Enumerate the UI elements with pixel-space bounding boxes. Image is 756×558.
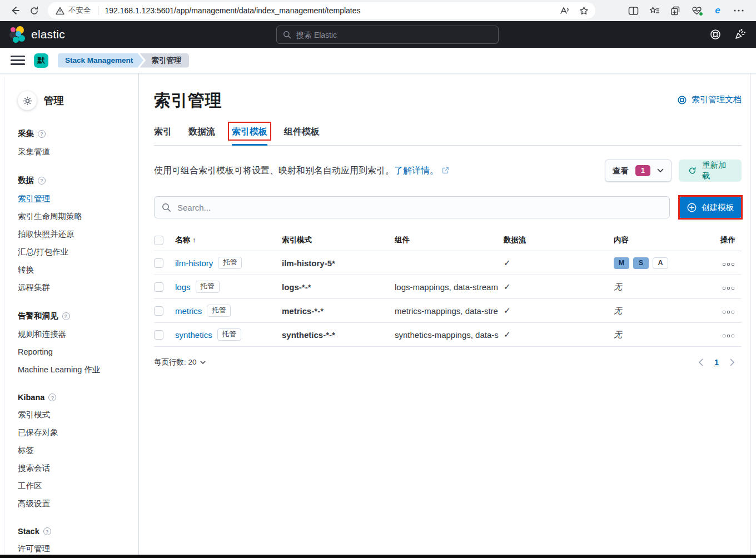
components-cell: synthetics-mappings, data-s — [395, 323, 504, 347]
global-search-input[interactable] — [296, 31, 492, 39]
sidebar-item-rollup-jobs[interactable]: 汇总/打包作业 — [18, 247, 133, 257]
row-actions-icon[interactable] — [722, 332, 735, 340]
navigation-bar: 默 Stack Management 索引管理 — [0, 48, 756, 73]
main-content: 索引管理 索引管理文档 索引 数据流 索引模板 组件模板 使用可组合索引模板可将… — [139, 73, 756, 555]
question-circle-icon[interactable]: ? — [48, 393, 56, 401]
content-none: 无 — [614, 330, 622, 339]
global-search[interactable] — [276, 26, 499, 44]
sidebar-section-kibana: Kibana? 索引模式 已保存对象 标签 搜索会话 工作区 高级设置 — [18, 393, 133, 509]
learn-more-link[interactable]: 了解详情。 — [394, 166, 439, 175]
tab-component-templates[interactable]: 组件模板 — [284, 126, 320, 145]
index-pattern: metrics-*-* — [282, 306, 324, 316]
external-link-icon — [442, 167, 449, 174]
sidebar-item-index-patterns[interactable]: 索引模式 — [18, 410, 133, 420]
favorites-bar-icon[interactable] — [646, 3, 663, 18]
section-heading: 告警和洞见 — [18, 311, 58, 321]
app-header: elastic — [0, 21, 756, 48]
row-checkbox[interactable] — [154, 306, 163, 316]
sidebar-section-alerts: 告警和洞见? 规则和连接器 Reporting Machine Learning… — [18, 311, 133, 375]
address-bar[interactable]: 不安全 192.168.1.123:5601/app/management/da… — [48, 2, 595, 19]
plus-circle-icon — [687, 203, 697, 212]
url-text[interactable]: 192.168.1.123:5601/app/management/data/i… — [105, 6, 557, 15]
divider — [750, 73, 751, 555]
content-none: 无 — [614, 282, 622, 291]
space-badge[interactable]: 默 — [34, 53, 48, 68]
reload-button[interactable]: 重新加载 — [679, 160, 742, 182]
question-circle-icon[interactable]: ? — [62, 312, 70, 320]
elastic-logo[interactable]: elastic — [9, 26, 65, 43]
sidebar-item-saved-objects[interactable]: 已保存对象 — [18, 428, 133, 437]
question-circle-icon[interactable]: ? — [38, 130, 46, 138]
sidebar-item-reporting[interactable]: Reporting — [18, 347, 133, 357]
sidebar-item-advanced-settings[interactable]: 高级设置 — [18, 499, 133, 509]
more-menu-icon[interactable] — [730, 3, 747, 18]
column-header-actions: 操作 — [698, 230, 742, 251]
question-circle-icon[interactable]: ? — [38, 177, 46, 185]
docs-link[interactable]: 索引管理文档 — [677, 94, 742, 105]
sidebar-title: 管理 — [18, 91, 133, 110]
help-icon[interactable] — [710, 29, 721, 40]
sort-ascending-icon: ↑ — [192, 236, 196, 244]
ie-mode-icon[interactable]: e — [709, 3, 726, 18]
sidebar-item-ingest-pipelines[interactable]: 采集管道 — [18, 147, 133, 157]
template-link[interactable]: metrics — [175, 306, 202, 316]
sidebar-item-workspaces[interactable]: 工作区 — [18, 481, 133, 491]
collections-icon[interactable] — [667, 3, 684, 18]
rows-per-page-selector[interactable]: 每页行数: 20 — [154, 357, 206, 367]
search-icon — [162, 203, 171, 212]
row-checkbox[interactable] — [154, 258, 163, 268]
view-filter-button[interactable]: 查看 1 — [605, 160, 672, 182]
brand-name: elastic — [31, 28, 65, 41]
news-announcement-icon[interactable] — [734, 29, 746, 40]
tab-index-templates[interactable]: 索引模板 — [232, 126, 267, 146]
checkmark-icon: ✓ — [504, 258, 511, 267]
favorite-star-icon[interactable] — [575, 3, 592, 18]
section-heading: 数据 — [18, 175, 34, 186]
sidebar-item-rules-connectors[interactable]: 规则和连接器 — [18, 330, 133, 339]
tab-indices[interactable]: 索引 — [154, 126, 172, 145]
template-search[interactable] — [154, 196, 670, 218]
menu-icon[interactable] — [11, 53, 25, 68]
create-template-button[interactable]: 创建模板 — [679, 196, 742, 218]
breadcrumb-stack-management[interactable]: Stack Management — [58, 53, 143, 68]
read-aloud-icon[interactable] — [556, 3, 573, 18]
select-all-checkbox[interactable] — [154, 236, 163, 245]
tab-data-streams[interactable]: 数据流 — [188, 126, 215, 145]
column-header-name[interactable]: 名称↑ — [175, 230, 282, 251]
template-link[interactable]: logs — [175, 282, 191, 292]
sidebar-section-data: 数据? 索引管理 索引生命周期策略 拍取快照并还原 汇总/打包作业 转换 远程集… — [18, 175, 133, 292]
sidebar-item-ml-jobs[interactable]: Machine Learning 作业 — [18, 365, 133, 375]
components-cell: metrics-mappings, data-stre — [395, 299, 504, 323]
browser-essentials-icon[interactable] — [688, 3, 705, 18]
browser-back-icon[interactable] — [7, 2, 23, 19]
next-page-icon[interactable] — [730, 358, 735, 366]
sidebar-item-search-sessions[interactable]: 搜索会话 — [18, 464, 133, 473]
filter-count-badge: 1 — [635, 165, 650, 176]
row-actions-icon[interactable] — [722, 261, 735, 268]
sidebar-item-tags[interactable]: 标签 — [18, 446, 133, 455]
sidebar-item-license-management[interactable]: 许可管理 — [18, 544, 133, 554]
site-security-chip[interactable]: 不安全 — [56, 6, 91, 16]
template-link[interactable]: ilm-history — [175, 258, 213, 268]
row-checkbox[interactable] — [154, 330, 163, 340]
question-circle-icon[interactable]: ? — [43, 527, 51, 535]
template-link[interactable]: synthetics — [175, 330, 212, 340]
sidebar-item-transforms[interactable]: 转换 — [18, 265, 133, 275]
content-none: 无 — [614, 306, 622, 315]
previous-page-icon[interactable] — [698, 358, 703, 366]
template-search-input[interactable] — [177, 203, 662, 212]
page-number[interactable]: 1 — [714, 358, 719, 367]
sidebar-item-ilm-policies[interactable]: 索引生命周期策略 — [18, 212, 133, 221]
split-screen-icon[interactable] — [625, 3, 641, 18]
row-actions-icon[interactable] — [722, 308, 735, 316]
sidebar-item-remote-clusters[interactable]: 远程集群 — [18, 283, 133, 292]
page-title: 索引管理 — [154, 89, 222, 112]
sidebar-item-index-management[interactable]: 索引管理 — [18, 194, 133, 203]
life-ring-icon — [677, 95, 687, 105]
breadcrumb: Stack Management 索引管理 — [58, 53, 189, 68]
browser-refresh-icon[interactable] — [26, 2, 42, 19]
managed-badge: 托管 — [207, 305, 231, 317]
row-actions-icon[interactable] — [722, 285, 735, 292]
row-checkbox[interactable] — [154, 282, 163, 292]
sidebar-item-snapshot-restore[interactable]: 拍取快照并还原 — [18, 230, 133, 239]
